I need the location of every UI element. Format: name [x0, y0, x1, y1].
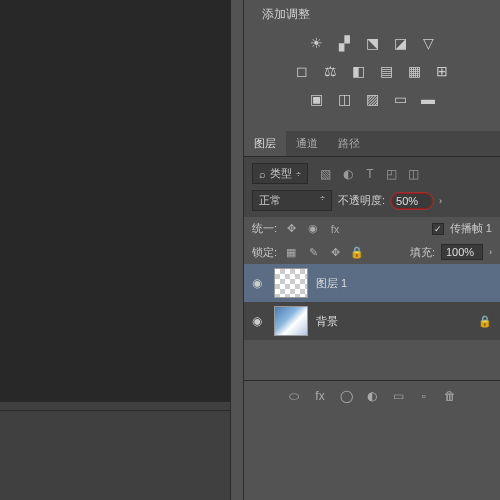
fx-icon[interactable]: fx [312, 389, 328, 403]
search-icon: ⌕ [259, 168, 266, 180]
curves-icon[interactable]: ⬔ [361, 33, 383, 53]
filter-kind-dropdown[interactable]: ⌕ 类型 ÷ [252, 163, 308, 184]
adjustments-title: 添加调整 [254, 6, 490, 23]
new-layer-icon[interactable]: ▫ [416, 389, 432, 403]
fill-label: 填充: [410, 245, 435, 260]
fill-input[interactable]: 100% [441, 244, 483, 260]
unify-visibility-icon[interactable]: ◉ [305, 222, 321, 236]
fill-flyout-icon[interactable]: › [489, 247, 492, 257]
propagate-label: 传播帧 1 [450, 221, 492, 236]
gradmap-icon[interactable]: ▭ [389, 89, 411, 109]
lookup-icon[interactable]: ⊞ [431, 61, 453, 81]
opacity-input[interactable]: 50% [391, 193, 433, 209]
lock-transparent-icon[interactable]: ▦ [283, 245, 299, 259]
filter-row: ⌕ 类型 ÷ ▧ ◐ T ◰ ◫ [252, 163, 492, 184]
panel-tabs: 图层 通道 路径 [244, 131, 500, 157]
chevron-down-icon: ÷ [320, 193, 325, 208]
propagate-checkbox[interactable]: ✓ [432, 223, 444, 235]
panel-divider[interactable] [230, 0, 244, 500]
visibility-toggle-icon[interactable]: ◉ [252, 276, 266, 290]
lock-all-icon[interactable]: 🔒 [349, 245, 365, 259]
layer-name-label[interactable]: 背景 [316, 314, 338, 329]
bw-icon[interactable]: ◧ [347, 61, 369, 81]
brightness-icon[interactable]: ☀ [305, 33, 327, 53]
lock-position-icon[interactable]: ✥ [327, 245, 343, 259]
exposure-icon[interactable]: ◪ [389, 33, 411, 53]
filter-adjust-icon[interactable]: ◐ [340, 166, 356, 182]
levels-icon[interactable]: ▞ [333, 33, 355, 53]
unify-style-icon[interactable]: fx [327, 222, 343, 236]
opacity-flyout-icon[interactable]: › [439, 196, 442, 206]
adjustments-panel: 添加调整 ☀ ▞ ⬔ ◪ ▽ ◻ ⚖ ◧ ▤ ▦ ⊞ ▣ ◫ ▨ ▭ ▬ [244, 0, 500, 123]
photofilter-icon[interactable]: ▤ [375, 61, 397, 81]
selective-icon[interactable]: ▬ [417, 89, 439, 109]
mixer-icon[interactable]: ▦ [403, 61, 425, 81]
adjustments-row-1: ☀ ▞ ⬔ ◪ ▽ [254, 33, 490, 53]
blend-opacity-row: 正常 ÷ 不透明度: 50% › [252, 190, 492, 211]
tab-channels[interactable]: 通道 [286, 131, 328, 156]
blend-mode-dropdown[interactable]: 正常 ÷ [252, 190, 332, 211]
unify-position-icon[interactable]: ✥ [283, 222, 299, 236]
layer-row[interactable]: ◉ 背景 🔒 [244, 302, 500, 340]
vibrance-icon[interactable]: ▽ [417, 33, 439, 53]
invert-icon[interactable]: ▣ [305, 89, 327, 109]
mask-icon[interactable]: ◯ [338, 389, 354, 403]
filter-smart-icon[interactable]: ◫ [406, 166, 422, 182]
hue-icon[interactable]: ◻ [291, 61, 313, 81]
lock-pixels-icon[interactable]: ✎ [305, 245, 321, 259]
canvas-lower-panel [0, 410, 230, 500]
delete-layer-icon[interactable]: 🗑 [442, 389, 458, 403]
adjustments-row-3: ▣ ◫ ▨ ▭ ▬ [254, 89, 490, 109]
balance-icon[interactable]: ⚖ [319, 61, 341, 81]
layers-list: ◉ 图层 1 ◉ 背景 🔒 [244, 264, 500, 340]
filter-shape-icon[interactable]: ◰ [384, 166, 400, 182]
layers-footer: ⬭ fx ◯ ◐ ▭ ▫ 🗑 [244, 380, 500, 411]
layer-thumbnail[interactable] [274, 268, 308, 298]
adjustment-layer-icon[interactable]: ◐ [364, 389, 380, 403]
posterize-icon[interactable]: ◫ [333, 89, 355, 109]
blend-mode-value: 正常 [259, 193, 281, 208]
tab-layers[interactable]: 图层 [244, 131, 286, 156]
lock-label: 锁定: [252, 245, 277, 260]
filter-pixel-icon[interactable]: ▧ [318, 166, 334, 182]
layer-row[interactable]: ◉ 图层 1 [244, 264, 500, 302]
chevron-down-icon: ÷ [296, 169, 301, 179]
opacity-label: 不透明度: [338, 193, 385, 208]
link-layers-icon[interactable]: ⬭ [286, 389, 302, 403]
canvas-viewport[interactable] [0, 0, 230, 402]
layer-thumbnail[interactable] [274, 306, 308, 336]
canvas-area [0, 0, 230, 500]
unify-row: 统一: ✥ ◉ fx ✓ 传播帧 1 [244, 217, 500, 240]
layer-name-label[interactable]: 图层 1 [316, 276, 347, 291]
visibility-toggle-icon[interactable]: ◉ [252, 314, 266, 328]
lock-row: 锁定: ▦ ✎ ✥ 🔒 填充: 100% › [244, 240, 500, 264]
filter-type-icon[interactable]: T [362, 166, 378, 182]
group-icon[interactable]: ▭ [390, 389, 406, 403]
unify-label: 统一: [252, 221, 277, 236]
tab-paths[interactable]: 路径 [328, 131, 370, 156]
threshold-icon[interactable]: ▨ [361, 89, 383, 109]
adjustments-row-2: ◻ ⚖ ◧ ▤ ▦ ⊞ [254, 61, 490, 81]
filter-kind-label: 类型 [270, 166, 292, 181]
lock-icon: 🔒 [478, 315, 492, 328]
